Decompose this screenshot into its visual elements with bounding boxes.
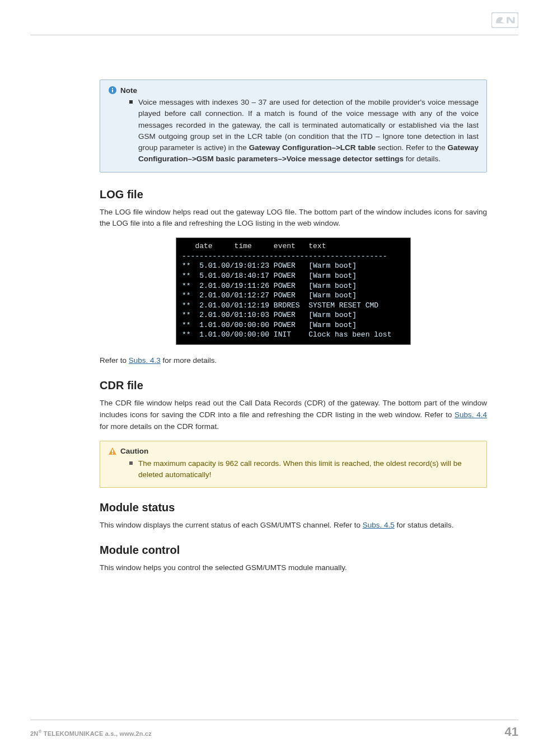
log-row: ** 1.01.00/00:00:00 POWER [Warm boot] (182, 321, 357, 329)
text: for status details. (395, 521, 454, 529)
log-refer: Refer to Subs. 4.3 for more details. (100, 355, 487, 367)
note-callout: Note Voice messages with indexes 30 – 37… (100, 80, 487, 172)
heading-module-status: Module status (100, 501, 487, 514)
page-footer: 2N® TELEKOMUNIKACE a.s., www.2n.cz 41 (30, 720, 518, 739)
log-terminal: date time event text -------------------… (176, 237, 411, 344)
note-title: Note (120, 86, 137, 95)
text: 2N (30, 730, 38, 737)
page-number: 41 (505, 725, 518, 739)
log-paragraph: The LOG file window helps read out the g… (100, 207, 487, 230)
caution-body: The maximum capacity is 962 call records… (108, 458, 479, 481)
link-subs-4-3[interactable]: Subs. 4.3 (129, 356, 161, 365)
text: for more details on the CDR format. (100, 422, 219, 431)
footer-company: 2N® TELEKOMUNIKACE a.s., www.2n.cz (30, 729, 152, 737)
log-row: ** 1.01.00/00:00:00 INIT Clock has been … (182, 330, 391, 339)
module-control-paragraph: This window helps you control the select… (100, 562, 487, 574)
module-status-paragraph: This window displays the current status … (100, 520, 487, 531)
text: The CDR file window helps read out the C… (100, 399, 487, 419)
caution-title: Caution (120, 447, 148, 455)
svg-rect-3 (112, 88, 113, 89)
info-icon (108, 86, 117, 95)
caution-text: The maximum capacity is 962 call records… (138, 459, 462, 479)
log-row: ** 5.01.00/19:01:23 POWER [Warm boot] (182, 262, 357, 270)
svg-rect-5 (112, 453, 113, 454)
link-subs-4-4[interactable]: Subs. 4.4 (455, 410, 487, 419)
heading-log-file: LOG file (100, 188, 487, 201)
log-header-row: date time event text (182, 242, 326, 250)
bullet-icon (129, 100, 133, 104)
note-text-mid: section. Refer to the (376, 143, 448, 152)
svg-rect-2 (112, 90, 113, 92)
note-body: Voice messages with indexes 30 – 37 are … (108, 97, 479, 165)
heading-module-control: Module control (100, 544, 487, 557)
text: for more details. (161, 356, 217, 365)
svg-rect-4 (112, 450, 113, 452)
cdr-paragraph: The CDR file window helps read out the C… (100, 398, 487, 433)
warning-icon (108, 447, 117, 456)
bullet-icon (129, 461, 133, 465)
log-row: ** 2.01.00/01:10:03 POWER [Warm boot] (182, 311, 357, 319)
note-text-post: for details. (404, 155, 441, 163)
brand-logo (491, 12, 518, 28)
log-row: ** 2.01.00/01:12:27 POWER [Warm boot] (182, 291, 357, 300)
link-subs-4-5[interactable]: Subs. 4.5 (363, 521, 395, 529)
log-row: ** 2.01.00/19:11:26 POWER [Warm boot] (182, 282, 357, 290)
caution-callout: Caution The maximum capacity is 962 call… (100, 441, 487, 488)
header-divider (30, 35, 518, 35)
log-row: ** 5.01.00/18:40:17 POWER [Warm boot] (182, 272, 357, 280)
log-row: ** 2.01.00/01:12:19 BRDRES SYSTEM RESET … (182, 301, 378, 310)
text: Refer to (100, 356, 129, 365)
note-bold-1: Gateway Configuration–>LCR table (249, 143, 376, 152)
text: This window displays the current status … (100, 521, 363, 529)
heading-cdr-file: CDR file (100, 379, 487, 392)
text: TELEKOMUNIKACE a.s., www.2n.cz (42, 730, 152, 737)
